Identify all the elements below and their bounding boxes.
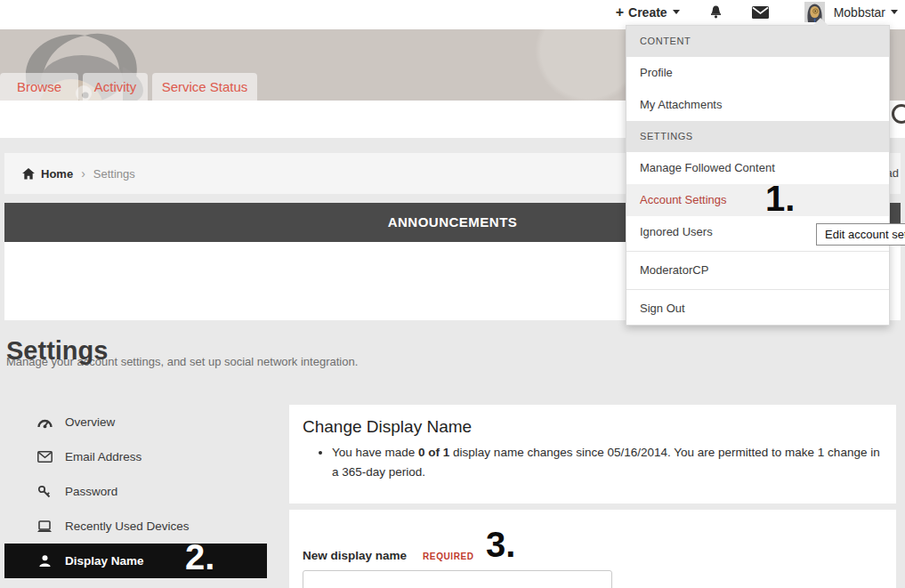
section-heading: Change Display Name: [303, 417, 883, 437]
home-icon: [22, 168, 35, 180]
sidebar-item-label: Email Address: [65, 450, 141, 463]
menu-section-settings: SETTINGS: [626, 121, 889, 152]
user-dropdown-menu: CONTENT Profile My Attachments SETTINGS …: [626, 25, 890, 326]
sidebar-item-recently-used-devices[interactable]: Recently Used Devices: [4, 509, 267, 544]
menu-item-profile[interactable]: Profile: [626, 57, 889, 89]
create-label: Create: [628, 5, 667, 20]
field-label-row: New display name REQUIRED: [303, 549, 883, 562]
user-menu-toggle[interactable]: Mobbstar: [834, 5, 898, 20]
menu-item-manage-followed-content[interactable]: Manage Followed Content: [626, 152, 889, 184]
annotation-step-3: 3.: [486, 527, 515, 562]
tab-label: Activity: [94, 79, 137, 94]
new-display-name-input[interactable]: [303, 570, 612, 588]
laptop-icon: [36, 520, 53, 533]
envelope-icon: [36, 451, 53, 463]
messages-envelope-icon[interactable]: [752, 6, 769, 19]
tab-label: Service Status: [162, 79, 248, 94]
tab-service-status[interactable]: Service Status: [152, 73, 257, 101]
change-display-name-section: Change Display Name You have made 0 of 1…: [289, 405, 896, 503]
user-icon: [36, 554, 53, 568]
gauge-icon: [36, 415, 53, 429]
breadcrumb-separator: ›: [81, 166, 85, 181]
notice-bold: 0 of 1: [418, 446, 449, 459]
notifications-bell-icon[interactable]: [708, 4, 723, 20]
chevron-down-icon: [891, 10, 898, 14]
key-icon: [36, 485, 53, 499]
chevron-down-icon: [673, 10, 680, 14]
breadcrumb-home-label: Home: [41, 167, 73, 181]
menu-section-content: CONTENT: [626, 26, 889, 57]
sidebar-item-display-name[interactable]: Display Name: [4, 544, 267, 578]
notice-text: You have made: [332, 446, 418, 459]
tab-label: Browse: [17, 79, 61, 94]
menu-item-account-settings[interactable]: Account Settings: [626, 184, 889, 216]
notice-list: You have made 0 of 1 display name change…: [303, 443, 883, 483]
username-label: Mobbstar: [834, 5, 885, 20]
settings-side-nav: Overview Email Address Password Recently…: [4, 405, 267, 578]
required-badge: REQUIRED: [423, 552, 474, 561]
sidebar-item-label: Password: [65, 485, 117, 498]
breadcrumb-current: Settings: [93, 167, 135, 181]
edit-account-settings-tooltip: Edit account setti: [816, 223, 905, 246]
menu-item-my-attachments[interactable]: My Attachments: [626, 89, 889, 121]
sidebar-item-email-address[interactable]: Email Address: [4, 439, 267, 474]
menu-divider: [626, 251, 889, 252]
menu-item-moderatorcp[interactable]: ModeratorCP: [626, 254, 889, 286]
create-button[interactable]: + Create: [616, 4, 680, 20]
top-bar-actions: + Create Mobbstar: [616, 0, 898, 24]
tab-browse[interactable]: Browse: [0, 73, 78, 101]
annotation-step-2: 2.: [185, 539, 214, 575]
menu-item-sign-out[interactable]: Sign Out: [626, 293, 889, 325]
menu-divider: [626, 289, 889, 290]
search-icon[interactable]: [892, 104, 905, 124]
annotation-step-1: 1.: [765, 181, 795, 216]
plus-icon: +: [616, 4, 624, 20]
sidebar-item-label: Display Name: [65, 554, 144, 568]
sidebar-item-label: Overview: [65, 415, 115, 429]
tab-activity[interactable]: Activity: [83, 73, 148, 101]
sidebar-item-label: Recently Used Devices: [65, 520, 190, 533]
page-title: Settings: [6, 337, 629, 364]
new-display-name-section: New display name REQUIRED: [289, 510, 896, 588]
breadcrumb-home-link[interactable]: Home: [22, 167, 73, 181]
menu-pointer-arrow: [812, 18, 828, 26]
notice-item: You have made 0 of 1 display name change…: [332, 443, 883, 483]
display-name-panel: Change Display Name You have made 0 of 1…: [289, 405, 896, 588]
page-header: Settings Manage your account settings, a…: [6, 337, 629, 368]
breadcrumb: Home › Settings: [22, 153, 135, 194]
sidebar-item-overview[interactable]: Overview: [4, 405, 267, 439]
new-display-name-label: New display name: [303, 549, 407, 562]
announcements-title: ANNOUNCEMENTS: [388, 214, 518, 230]
sidebar-item-password[interactable]: Password: [4, 474, 267, 509]
